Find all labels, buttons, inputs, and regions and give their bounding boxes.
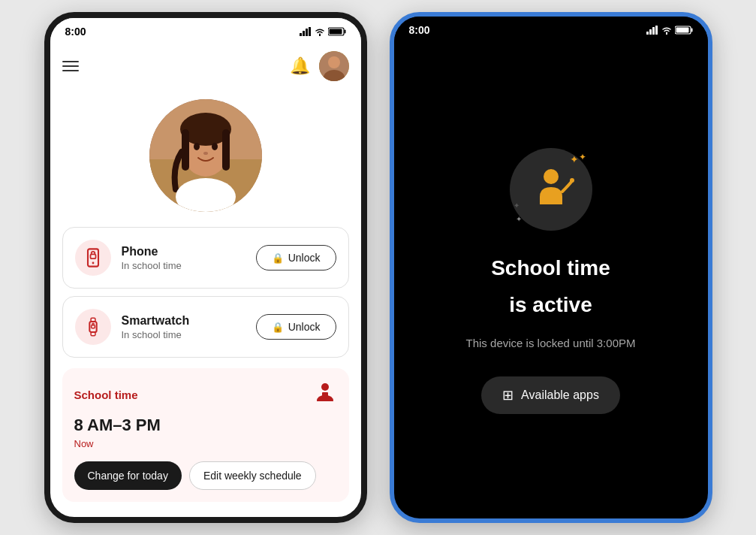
app-bar: 🔔 xyxy=(50,45,361,87)
apps-grid-icon: ⊞ xyxy=(502,387,514,404)
battery-icon xyxy=(328,27,346,36)
app-bar-right: 🔔 xyxy=(290,51,349,81)
smartwatch-unlock-label: Unlock xyxy=(288,321,321,333)
phone-device-info: Phone In school time xyxy=(122,245,182,271)
status-bar-right: 8:00 xyxy=(394,17,708,44)
svg-rect-28 xyxy=(322,392,328,397)
phone-icon-bg xyxy=(75,240,111,276)
title-line1: School time xyxy=(491,255,610,282)
phone-locked-icon xyxy=(83,247,104,268)
svg-rect-29 xyxy=(646,32,649,35)
status-bar-left: 8:00 xyxy=(50,18,361,45)
phone-unlock-button[interactable]: 🔒 Unlock xyxy=(256,245,336,271)
svg-point-19 xyxy=(203,152,208,155)
smartwatch-unlock-button[interactable]: 🔒 Unlock xyxy=(256,314,336,340)
smartwatch-icon-bg xyxy=(75,309,111,345)
lock-icon-watch: 🔒 xyxy=(272,322,284,333)
smartwatch-device-name: Smartwatch xyxy=(122,314,190,328)
profile-photo xyxy=(149,99,262,212)
svg-rect-1 xyxy=(303,31,305,36)
school-actions: Change for today Edit weekly schedule xyxy=(74,461,337,490)
school-time-card: School time 8 AM–3 PM Now Change for tod… xyxy=(62,368,349,502)
signal-icon xyxy=(300,27,312,36)
svg-rect-24 xyxy=(91,318,95,322)
svg-rect-32 xyxy=(655,26,658,35)
phone-device-left: Phone In school time xyxy=(75,240,182,276)
available-apps-button[interactable]: ⊞ Available apps xyxy=(481,376,620,414)
phone-device-card: Phone In school time 🔒 Unlock xyxy=(62,227,349,289)
svg-rect-26 xyxy=(91,325,95,328)
school-time-label: School time xyxy=(74,388,138,401)
svg-point-27 xyxy=(321,383,329,391)
school-icon-circle: ✦ ✦ xyxy=(510,148,592,231)
svg-point-36 xyxy=(544,169,559,184)
svg-rect-15 xyxy=(222,129,230,171)
svg-text:✦: ✦ xyxy=(514,201,520,210)
smartwatch-device-status: In school time xyxy=(122,329,190,340)
svg-point-16 xyxy=(194,143,200,150)
svg-point-17 xyxy=(212,143,218,150)
left-phone: 8:00 � xyxy=(44,12,367,523)
child-photo xyxy=(149,99,262,212)
svg-rect-25 xyxy=(91,332,95,336)
available-apps-label: Available apps xyxy=(521,388,599,402)
svg-rect-0 xyxy=(300,33,302,36)
wifi-icon-dark xyxy=(661,26,673,35)
change-today-button[interactable]: Change for today xyxy=(74,461,182,490)
smartwatch-device-card: Smartwatch In school time 🔒 Unlock xyxy=(62,296,349,358)
school-icon xyxy=(313,380,337,410)
school-time-header: School time xyxy=(74,380,337,410)
svg-rect-22 xyxy=(90,254,95,258)
phone-device-status: In school time xyxy=(122,260,182,271)
status-icons-right xyxy=(646,26,693,35)
svg-rect-5 xyxy=(344,30,345,34)
svg-point-37 xyxy=(570,178,574,183)
phone-device-name: Phone xyxy=(122,245,182,258)
svg-rect-34 xyxy=(691,29,692,32)
svg-rect-30 xyxy=(649,29,652,35)
now-label: Now xyxy=(74,438,337,449)
svg-rect-2 xyxy=(306,29,308,36)
battery-icon-dark xyxy=(675,26,693,35)
svg-rect-31 xyxy=(652,27,655,35)
bell-icon[interactable]: 🔔 xyxy=(290,56,310,76)
status-icons-left xyxy=(300,27,346,36)
school-active-icon xyxy=(525,163,577,216)
title-line2: is active xyxy=(491,292,610,319)
devices-section: Phone In school time 🔒 Unlock xyxy=(50,227,361,358)
wifi-icon xyxy=(314,27,326,36)
edit-schedule-button[interactable]: Edit weekly schedule xyxy=(189,461,316,490)
profile-section xyxy=(50,87,361,227)
dark-content: ✦ ✦ School time is active This device is… xyxy=(394,44,708,518)
hamburger-menu[interactable] xyxy=(62,61,79,71)
time-left: 8:00 xyxy=(65,26,86,38)
time-right: 8:00 xyxy=(409,24,430,36)
lock-icon-phone: 🔒 xyxy=(272,252,284,264)
school-hours: 8 AM–3 PM xyxy=(74,416,337,435)
smartwatch-device-info: Smartwatch In school time xyxy=(122,314,190,340)
avatar[interactable] xyxy=(319,51,349,81)
school-active-title: School time is active xyxy=(491,255,610,328)
svg-point-21 xyxy=(92,262,94,264)
avatar-image xyxy=(319,51,349,81)
svg-rect-3 xyxy=(309,27,311,36)
svg-point-8 xyxy=(328,56,340,68)
watch-locked-icon xyxy=(83,316,104,337)
signal-icon-dark xyxy=(646,26,658,35)
locked-until-text: This device is locked until 3:00PM xyxy=(466,337,636,349)
phone-unlock-label: Unlock xyxy=(288,252,321,264)
right-phone: 8:00 xyxy=(390,12,712,523)
svg-rect-35 xyxy=(676,28,688,33)
smartwatch-device-left: Smartwatch In school time xyxy=(75,309,190,345)
student-icon xyxy=(313,380,337,404)
svg-rect-6 xyxy=(329,29,342,35)
